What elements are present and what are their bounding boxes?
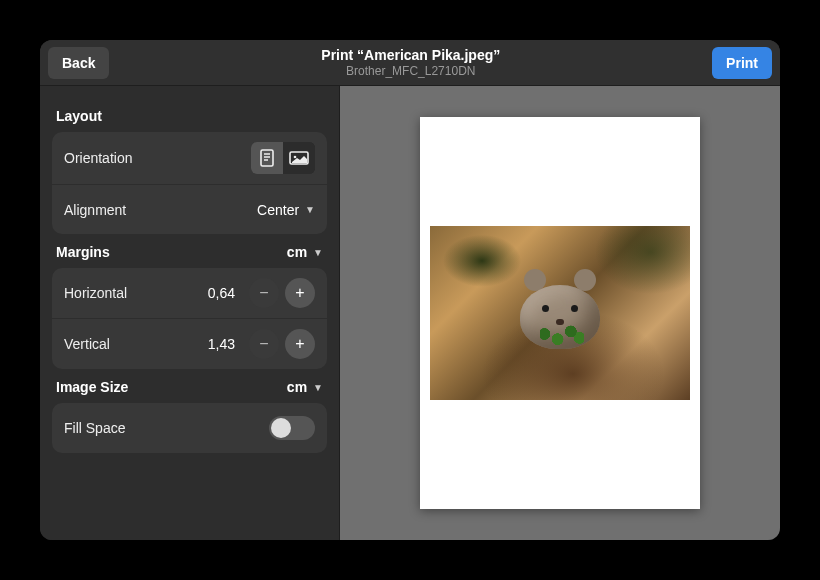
- print-button[interactable]: Print: [712, 47, 772, 79]
- image-size-unit-picker[interactable]: cm ▼: [287, 379, 323, 395]
- dialog-title: Print “American Pika.jpeg”: [109, 47, 712, 63]
- image-size-unit-value: cm: [287, 379, 307, 395]
- header-center: Print “American Pika.jpeg” Brother_MFC_L…: [109, 47, 712, 78]
- chevron-down-icon: ▼: [305, 204, 315, 215]
- svg-rect-0: [261, 150, 273, 166]
- print-dialog: Back Print “American Pika.jpeg” Brother_…: [40, 40, 780, 540]
- image-size-group: Fill Space: [52, 403, 327, 453]
- image-size-title-text: Image Size: [56, 379, 128, 395]
- vertical-margin-minus[interactable]: −: [249, 329, 279, 359]
- horizontal-margin-label: Horizontal: [64, 285, 127, 301]
- pika-illustration: [510, 265, 610, 355]
- horizontal-margin-row: Horizontal 0,64 − +: [52, 268, 327, 318]
- alignment-label: Alignment: [64, 202, 126, 218]
- image-size-section-title: Image Size cm ▼: [52, 369, 327, 403]
- vertical-margin-plus[interactable]: +: [285, 329, 315, 359]
- svg-point-5: [294, 156, 297, 159]
- headerbar: Back Print “American Pika.jpeg” Brother_…: [40, 40, 780, 86]
- horizontal-margin-plus[interactable]: +: [285, 278, 315, 308]
- orientation-toggle[interactable]: [251, 142, 315, 174]
- back-button[interactable]: Back: [48, 47, 109, 79]
- settings-sidebar: Layout Orientation Alignment: [40, 86, 340, 540]
- switch-knob: [271, 418, 291, 438]
- layout-title-text: Layout: [56, 108, 102, 124]
- margins-unit-picker[interactable]: cm ▼: [287, 244, 323, 260]
- fill-space-row: Fill Space: [52, 403, 327, 453]
- chevron-down-icon: ▼: [313, 247, 323, 258]
- fill-space-label: Fill Space: [64, 420, 125, 436]
- printer-name: Brother_MFC_L2710DN: [109, 64, 712, 78]
- horizontal-margin-minus[interactable]: −: [249, 278, 279, 308]
- margins-title-text: Margins: [56, 244, 110, 260]
- margins-unit-value: cm: [287, 244, 307, 260]
- alignment-value: Center: [257, 202, 299, 218]
- orientation-label: Orientation: [64, 150, 132, 166]
- layout-group: Orientation Alignment Center ▼: [52, 132, 327, 234]
- margins-section-title: Margins cm ▼: [52, 234, 327, 268]
- portrait-icon[interactable]: [251, 142, 283, 174]
- vertical-margin-label: Vertical: [64, 336, 110, 352]
- margins-group: Horizontal 0,64 − + Vertical 1,43: [52, 268, 327, 369]
- horizontal-margin-value: 0,64: [199, 285, 235, 301]
- orientation-row: Orientation: [52, 132, 327, 184]
- page-preview: [420, 117, 700, 509]
- landscape-icon[interactable]: [283, 142, 315, 174]
- image-preview: [430, 226, 690, 400]
- fill-space-switch[interactable]: [269, 416, 315, 440]
- alignment-row[interactable]: Alignment Center ▼: [52, 184, 327, 234]
- layout-section-title: Layout: [52, 98, 327, 132]
- vertical-margin-row: Vertical 1,43 − +: [52, 318, 327, 369]
- vertical-margin-value: 1,43: [199, 336, 235, 352]
- preview-area: [340, 86, 780, 540]
- chevron-down-icon: ▼: [313, 382, 323, 393]
- dialog-body: Layout Orientation Alignment: [40, 86, 780, 540]
